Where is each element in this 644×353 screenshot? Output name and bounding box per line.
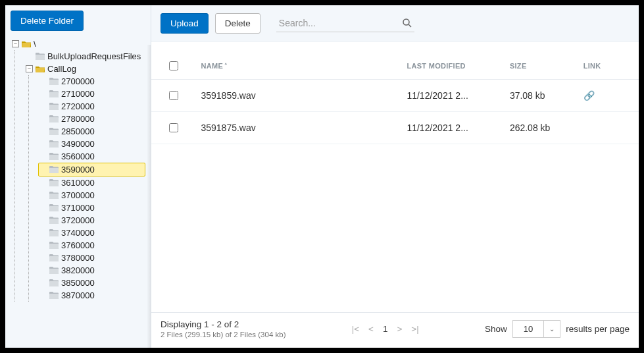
row-checkbox[interactable] — [169, 123, 178, 132]
tree-node-3490000[interactable]: 3490000 — [38, 138, 145, 150]
tree-node-label: 3700000 — [61, 189, 95, 202]
tree-node-3870000[interactable]: 3870000 — [38, 289, 145, 302]
tree-node-3760000[interactable]: 3760000 — [38, 239, 145, 252]
pager: |< < 1 > >| — [349, 323, 422, 335]
row-checkbox[interactable] — [169, 91, 178, 100]
tree-node-3820000[interactable]: 3820000 — [38, 264, 145, 277]
tree-root-label: \ — [34, 38, 36, 50]
sort-asc-icon: ˄ — [224, 63, 228, 69]
tree-node-label: 3870000 — [61, 289, 95, 302]
collapse-icon[interactable]: − — [12, 40, 19, 47]
files-subtext: 2 Files (299.15 kb) of 2 Files (304 kb) — [161, 331, 285, 339]
folder-icon — [49, 229, 59, 236]
tree-node-bulkuploadrequestfiles[interactable]: BulkUploadRequestFiles — [24, 50, 145, 63]
upload-button[interactable]: Upload — [161, 13, 209, 34]
svg-rect-4 — [49, 117, 59, 122]
folder-icon — [49, 90, 59, 97]
tree-node-3710000[interactable]: 3710000 — [38, 202, 145, 214]
svg-rect-1 — [49, 80, 59, 85]
tree-node-2780000[interactable]: 2780000 — [38, 113, 145, 125]
pager-first-icon[interactable]: |< — [349, 323, 362, 335]
pager-last-icon[interactable]: >| — [409, 323, 421, 335]
tree-node-label: CallLog — [47, 63, 76, 75]
table-row[interactable]: 3591859.wav11/12/2021 2...37.08 kb🔗 — [151, 80, 639, 112]
folder-icon — [49, 115, 59, 122]
tree-node-2850000[interactable]: 2850000 — [38, 125, 145, 138]
folder-icon — [49, 192, 59, 199]
folder-icon — [49, 242, 59, 249]
pager-next-icon[interactable]: > — [394, 323, 405, 335]
sidebar: Delete Folder − \ BulkUploadRequestFiles… — [5, 5, 151, 348]
svg-rect-2 — [49, 92, 59, 97]
tree-node-2700000[interactable]: 2700000 — [38, 75, 145, 88]
cell-name: 3591859.wav — [191, 80, 397, 112]
search-input[interactable] — [278, 17, 401, 29]
chevron-down-icon[interactable]: ⌄ — [544, 322, 560, 336]
tree-node-calllog[interactable]: −CallLog — [24, 63, 145, 75]
tree-node-label: 3720000 — [61, 214, 95, 227]
select-all-checkbox[interactable] — [169, 61, 178, 70]
svg-line-20 — [409, 24, 411, 27]
page-size-select[interactable]: 10 ⌄ — [512, 320, 560, 338]
cell-modified: 11/12/2021 2... — [397, 80, 500, 112]
collapse-icon[interactable]: − — [26, 65, 33, 72]
tree-node-label: 2700000 — [61, 75, 95, 88]
tree-node-label: 2850000 — [61, 125, 95, 138]
tree-node-2720000[interactable]: 2720000 — [38, 100, 145, 113]
folder-icon — [49, 279, 59, 286]
tree-node-label: 3760000 — [61, 239, 95, 252]
tree-node-3780000[interactable]: 3780000 — [38, 252, 145, 264]
cell-size: 37.08 kb — [501, 80, 574, 112]
tree-node-label: 3780000 — [61, 252, 95, 264]
col-header-name[interactable]: NAME˄ — [191, 53, 397, 80]
main-panel: Upload Delete NAME˄ LAST MODIFIED SIZE L… — [151, 5, 639, 348]
tree-node-3740000[interactable]: 3740000 — [38, 227, 145, 239]
displaying-text: Displaying 1 - 2 of 2 — [161, 319, 285, 329]
svg-rect-16 — [49, 269, 59, 274]
tree-node-label: 2710000 — [61, 88, 95, 100]
folder-icon — [49, 140, 59, 148]
file-table-wrap: NAME˄ LAST MODIFIED SIZE LINK 3591859.wa… — [151, 42, 639, 312]
search-box[interactable] — [276, 14, 414, 32]
folder-tree: − \ BulkUploadRequestFiles−CallLog270000… — [11, 38, 145, 302]
pager-prev-icon[interactable]: < — [366, 323, 376, 335]
tree-root[interactable]: − \ — [11, 38, 145, 50]
folder-open-icon — [36, 65, 45, 72]
folder-icon — [36, 53, 45, 60]
tree-node-3700000[interactable]: 3700000 — [38, 189, 145, 202]
cell-link[interactable]: 🔗 — [574, 80, 618, 112]
svg-rect-0 — [36, 55, 45, 60]
delete-button[interactable]: Delete — [215, 13, 260, 34]
svg-rect-5 — [49, 130, 59, 135]
col-header-size[interactable]: SIZE — [501, 53, 574, 80]
folder-icon — [49, 153, 59, 160]
col-header-link[interactable]: LINK — [574, 53, 618, 80]
tree-node-label: BulkUploadRequestFiles — [47, 50, 141, 63]
tree-node-3720000[interactable]: 3720000 — [38, 214, 145, 227]
search-icon[interactable] — [401, 17, 413, 29]
svg-rect-8 — [49, 168, 59, 173]
file-table: NAME˄ LAST MODIFIED SIZE LINK 3591859.wa… — [151, 53, 639, 144]
delete-folder-button[interactable]: Delete Folder — [11, 11, 84, 31]
cell-size: 262.08 kb — [501, 112, 574, 144]
svg-point-19 — [403, 19, 409, 25]
page-size-selector: Show 10 ⌄ results per page — [485, 320, 630, 338]
folder-icon — [49, 204, 59, 211]
link-icon[interactable]: 🔗 — [583, 90, 595, 101]
svg-rect-6 — [49, 142, 59, 148]
col-header-modified[interactable]: LAST MODIFIED — [397, 53, 500, 80]
tree-node-2710000[interactable]: 2710000 — [38, 88, 145, 100]
tree-node-3610000[interactable]: 3610000 — [38, 176, 145, 189]
svg-rect-12 — [49, 219, 59, 224]
tree-node-label: 3490000 — [61, 138, 95, 150]
svg-rect-14 — [49, 244, 59, 249]
tree-node-3590000[interactable]: 3590000 — [38, 163, 145, 176]
tree-node-label: 2720000 — [61, 100, 95, 113]
page-size-value: 10 — [513, 321, 544, 337]
folder-icon — [49, 103, 59, 110]
tree-node-3560000[interactable]: 3560000 — [38, 150, 145, 163]
tree-node-3850000[interactable]: 3850000 — [38, 277, 145, 289]
folder-icon — [49, 254, 59, 261]
tree-node-label: 3850000 — [61, 277, 95, 289]
table-row[interactable]: 3591875.wav11/12/2021 2...262.08 kb — [151, 112, 639, 144]
